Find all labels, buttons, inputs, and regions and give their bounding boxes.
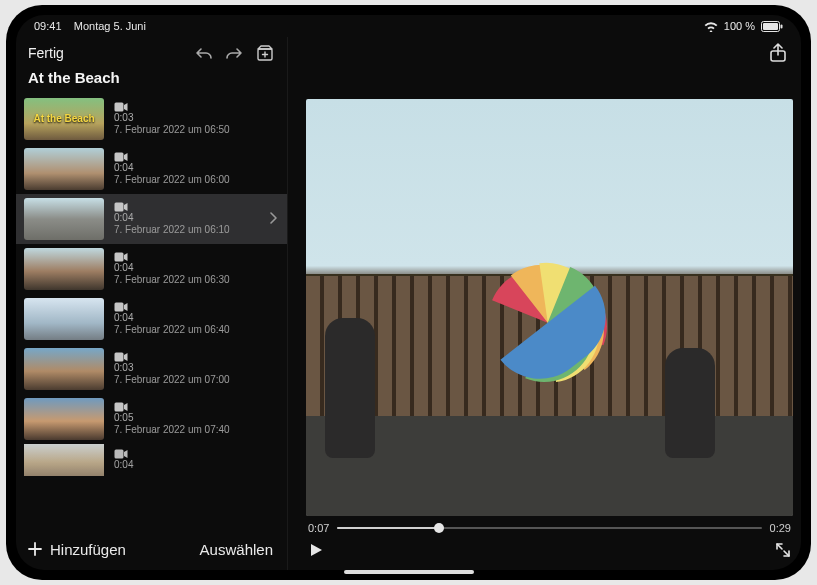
status-time: 09:41 xyxy=(34,20,62,32)
clip-row[interactable]: 0:047. Februar 2022 um 06:00 xyxy=(16,144,287,194)
share-button[interactable] xyxy=(769,43,787,63)
video-icon xyxy=(114,252,128,262)
video-icon xyxy=(114,352,128,362)
clip-row[interactable]: 0:057. Februar 2022 um 07:40 xyxy=(16,394,287,444)
status-date: Montag 5. Juni xyxy=(74,20,146,32)
svg-rect-5 xyxy=(115,152,124,161)
clip-duration: 0:03 xyxy=(114,112,230,125)
add-clip-button[interactable]: Hinzufügen xyxy=(26,540,126,558)
sidebar: Fertig At the Beach At the Be xyxy=(16,37,288,570)
clip-row[interactable]: 0:047. Februar 2022 um 06:30 xyxy=(16,244,287,294)
scrubber-track[interactable] xyxy=(337,523,761,533)
status-bar: 09:41 Montag 5. Juni 100 % xyxy=(16,15,801,37)
svg-rect-7 xyxy=(115,252,124,261)
clip-meta: 0:047. Februar 2022 um 06:10 xyxy=(114,202,230,237)
svg-rect-4 xyxy=(115,102,124,111)
clip-timestamp: 7. Februar 2022 um 06:50 xyxy=(114,124,230,137)
svg-rect-8 xyxy=(115,302,124,311)
chevron-right-icon xyxy=(269,210,277,228)
undo-button[interactable] xyxy=(195,46,213,60)
preview-pane: 0:07 0:29 xyxy=(288,37,801,570)
clip-timestamp: 7. Februar 2022 um 07:40 xyxy=(114,424,230,437)
clip-timestamp: 7. Februar 2022 um 07:00 xyxy=(114,374,230,387)
svg-rect-11 xyxy=(115,449,124,458)
video-icon xyxy=(114,449,128,459)
clip-timestamp: 7. Februar 2022 um 06:00 xyxy=(114,174,230,187)
svg-rect-10 xyxy=(115,402,124,411)
clip-row[interactable]: 0:047. Februar 2022 um 06:40 xyxy=(16,294,287,344)
status-battery-text: 100 % xyxy=(724,20,755,32)
clip-meta: 0:047. Februar 2022 um 06:40 xyxy=(114,302,230,337)
svg-rect-2 xyxy=(781,24,783,28)
clip-row[interactable]: 0:037. Februar 2022 um 07:00 xyxy=(16,344,287,394)
clip-thumbnail xyxy=(24,148,104,190)
clip-thumbnail xyxy=(24,348,104,390)
playhead-current-time: 0:07 xyxy=(308,522,329,534)
redo-button[interactable] xyxy=(225,46,243,60)
clip-thumbnail xyxy=(24,298,104,340)
svg-rect-1 xyxy=(763,23,778,30)
clip-timestamp: 7. Februar 2022 um 06:40 xyxy=(114,324,230,337)
clip-thumbnail xyxy=(24,198,104,240)
plus-icon xyxy=(26,540,44,558)
clip-duration: 0:04 xyxy=(114,162,230,175)
clip-thumbnail xyxy=(24,444,104,476)
clip-meta: 0:057. Februar 2022 um 07:40 xyxy=(114,402,230,437)
clip-duration: 0:04 xyxy=(114,262,230,275)
add-clip-label: Hinzufügen xyxy=(50,541,126,558)
done-button[interactable]: Fertig xyxy=(28,45,64,61)
fullscreen-button[interactable] xyxy=(775,542,791,558)
project-title: At the Beach xyxy=(16,65,287,94)
preview-video[interactable] xyxy=(306,99,793,516)
video-icon xyxy=(114,152,128,162)
clip-list: At the Beach0:037. Februar 2022 um 06:50… xyxy=(16,94,287,530)
add-media-button[interactable] xyxy=(255,45,275,61)
clip-row[interactable]: 0:04 xyxy=(16,444,287,476)
clip-duration: 0:04 xyxy=(114,312,230,325)
clip-row[interactable]: At the Beach0:037. Februar 2022 um 06:50 xyxy=(16,94,287,144)
clip-duration: 0:05 xyxy=(114,412,230,425)
clip-timestamp: 7. Februar 2022 um 06:30 xyxy=(114,274,230,287)
play-button[interactable] xyxy=(308,542,324,558)
clip-duration: 0:04 xyxy=(114,212,230,225)
clip-meta: 0:047. Februar 2022 um 06:00 xyxy=(114,152,230,187)
clip-row[interactable]: 0:047. Februar 2022 um 06:10 xyxy=(16,194,287,244)
clip-duration: 0:03 xyxy=(114,362,230,375)
video-icon xyxy=(114,102,128,112)
video-icon xyxy=(114,202,128,212)
playhead-total-time: 0:29 xyxy=(770,522,791,534)
clip-thumbnail xyxy=(24,248,104,290)
clip-meta: 0:037. Februar 2022 um 06:50 xyxy=(114,102,230,137)
svg-rect-9 xyxy=(115,352,124,361)
svg-rect-6 xyxy=(115,202,124,211)
clip-thumbnail xyxy=(24,398,104,440)
clip-timestamp: 7. Februar 2022 um 06:10 xyxy=(114,224,230,237)
clip-duration: 0:04 xyxy=(114,459,133,472)
clip-meta: 0:037. Februar 2022 um 07:00 xyxy=(114,352,230,387)
clip-meta: 0:047. Februar 2022 um 06:30 xyxy=(114,252,230,287)
video-icon xyxy=(114,302,128,312)
video-icon xyxy=(114,402,128,412)
select-clips-button[interactable]: Auswählen xyxy=(200,541,273,558)
clip-thumbnail: At the Beach xyxy=(24,98,104,140)
wifi-icon xyxy=(704,21,718,32)
battery-icon xyxy=(761,21,783,32)
clip-meta: 0:04 xyxy=(114,449,133,472)
